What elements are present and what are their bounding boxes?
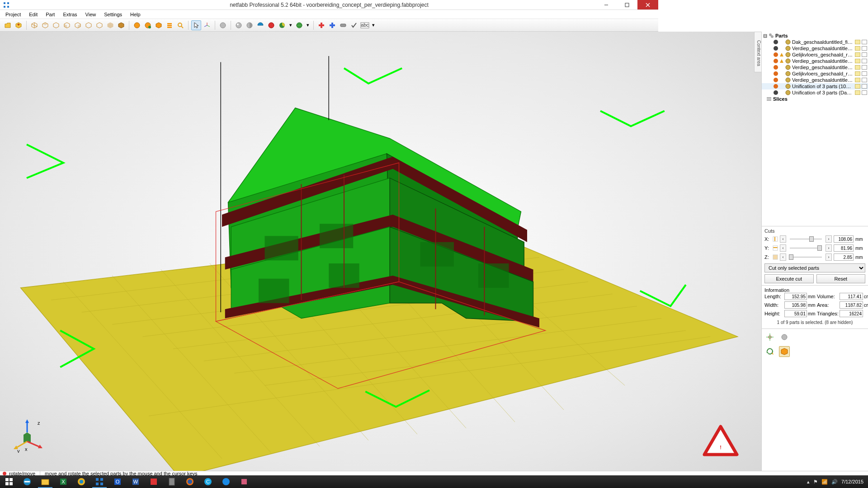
pie-icon[interactable] xyxy=(277,20,287,30)
repair-plus-icon[interactable] xyxy=(316,20,326,30)
sphere-red-icon[interactable] xyxy=(266,20,276,30)
svg-line-35 xyxy=(204,25,207,27)
svg-rect-2 xyxy=(4,6,5,8)
svg-point-38 xyxy=(237,23,239,25)
menu-help[interactable]: Help xyxy=(127,11,144,18)
view-right-icon[interactable] xyxy=(73,20,83,30)
blue-cross-icon[interactable] xyxy=(327,20,337,30)
separator xyxy=(26,21,27,30)
svg-point-43 xyxy=(297,23,302,28)
svg-point-37 xyxy=(236,23,241,28)
svg-rect-46 xyxy=(319,24,324,26)
separator xyxy=(215,21,215,30)
menu-view[interactable]: View xyxy=(82,11,100,18)
window-title: netfabb Professional 5.2 64bit - voorber… xyxy=(230,2,429,8)
svg-marker-21 xyxy=(97,23,102,28)
house-model xyxy=(221,56,539,328)
svg-rect-85 xyxy=(259,279,289,303)
svg-rect-28 xyxy=(167,23,172,24)
window-controls xyxy=(596,0,658,9)
svg-point-41 xyxy=(269,23,274,28)
menu-project[interactable]: Project xyxy=(2,11,24,18)
sphere-plus-icon[interactable] xyxy=(143,20,153,30)
menu-extras[interactable]: Extras xyxy=(59,11,80,18)
svg-line-34 xyxy=(207,25,210,27)
sphere-slice-icon[interactable] xyxy=(255,20,265,30)
svg-rect-30 xyxy=(167,27,172,28)
close-button[interactable] xyxy=(637,0,658,9)
svg-line-32 xyxy=(181,26,183,28)
sphere-shade2-icon[interactable] xyxy=(245,20,255,30)
svg-point-36 xyxy=(220,23,226,28)
abc-icon[interactable]: abc xyxy=(360,20,370,30)
svg-marker-23 xyxy=(118,23,124,28)
svg-rect-48 xyxy=(330,24,335,26)
minimize-button[interactable] xyxy=(596,0,617,9)
view-left-icon[interactable] xyxy=(62,20,72,30)
svg-rect-83 xyxy=(420,242,454,267)
view-iso-icon[interactable] xyxy=(29,20,39,30)
sphere-orange-icon[interactable] xyxy=(132,20,142,30)
svg-rect-49 xyxy=(340,24,346,27)
view-top-icon[interactable] xyxy=(84,20,94,30)
svg-rect-1 xyxy=(7,2,9,4)
titlebar: netfabb Professional 5.2 64bit - voorber… xyxy=(0,0,658,10)
layers-icon[interactable] xyxy=(165,20,175,30)
svg-marker-20 xyxy=(86,23,91,28)
svg-text:abc: abc xyxy=(361,22,369,28)
svg-text:+: + xyxy=(17,22,20,27)
separator xyxy=(313,21,314,30)
svg-point-24 xyxy=(134,23,140,28)
svg-marker-22 xyxy=(108,23,113,28)
pie-dropdown[interactable]: ▾ xyxy=(288,22,293,28)
viewport-3d[interactable]: z x y ! Context area xyxy=(0,32,658,370)
svg-rect-0 xyxy=(4,2,5,4)
menu-settings[interactable]: Settings xyxy=(100,11,126,18)
svg-rect-3 xyxy=(7,6,9,8)
menu-part[interactable]: Part xyxy=(42,11,58,18)
view-fit-icon[interactable] xyxy=(105,20,115,30)
workspace: z x y ! Context area ⊟ Parts Dak_geschaa… xyxy=(0,32,658,370)
svg-rect-84 xyxy=(478,263,509,288)
check-icon[interactable] xyxy=(349,20,359,30)
add-part-icon[interactable]: + xyxy=(14,20,24,30)
menubar: Project Edit Part Extras View Settings H… xyxy=(0,10,658,19)
sphere-gray-icon[interactable] xyxy=(218,20,228,30)
svg-rect-29 xyxy=(167,25,172,26)
globe-dropdown[interactable]: ▾ xyxy=(305,22,311,28)
svg-point-26 xyxy=(148,26,151,28)
view-front-icon[interactable] xyxy=(40,20,50,30)
toolbar: + ▾ ▾ abc ▾ xyxy=(0,19,658,32)
cursor-icon[interactable] xyxy=(191,20,201,30)
view-solid-icon[interactable] xyxy=(116,20,126,30)
maximize-button[interactable] xyxy=(617,0,637,9)
box-orange-icon[interactable] xyxy=(154,20,164,30)
svg-rect-5 xyxy=(625,3,629,7)
separator xyxy=(231,21,231,30)
globe-icon[interactable] xyxy=(294,20,304,30)
svg-rect-81 xyxy=(265,236,298,260)
view-back-icon[interactable] xyxy=(51,20,61,30)
abc-dropdown[interactable]: ▾ xyxy=(371,22,376,28)
menu-edit[interactable]: Edit xyxy=(25,11,41,18)
sphere-shade1-icon[interactable] xyxy=(234,20,244,30)
svg-marker-14 xyxy=(42,23,48,25)
svg-marker-15 xyxy=(53,23,59,28)
zoom-icon[interactable] xyxy=(175,20,185,30)
svg-point-31 xyxy=(178,23,182,27)
scene-svg xyxy=(0,32,658,370)
separator xyxy=(129,21,129,30)
view-bottom-icon[interactable] xyxy=(94,20,104,30)
tag-icon[interactable] xyxy=(338,20,348,30)
app-icon xyxy=(2,0,11,9)
svg-rect-82 xyxy=(320,224,353,248)
separator xyxy=(188,21,189,30)
axis-icon[interactable] xyxy=(202,20,212,30)
svg-marker-27 xyxy=(156,23,161,28)
open-icon[interactable] xyxy=(3,20,13,30)
